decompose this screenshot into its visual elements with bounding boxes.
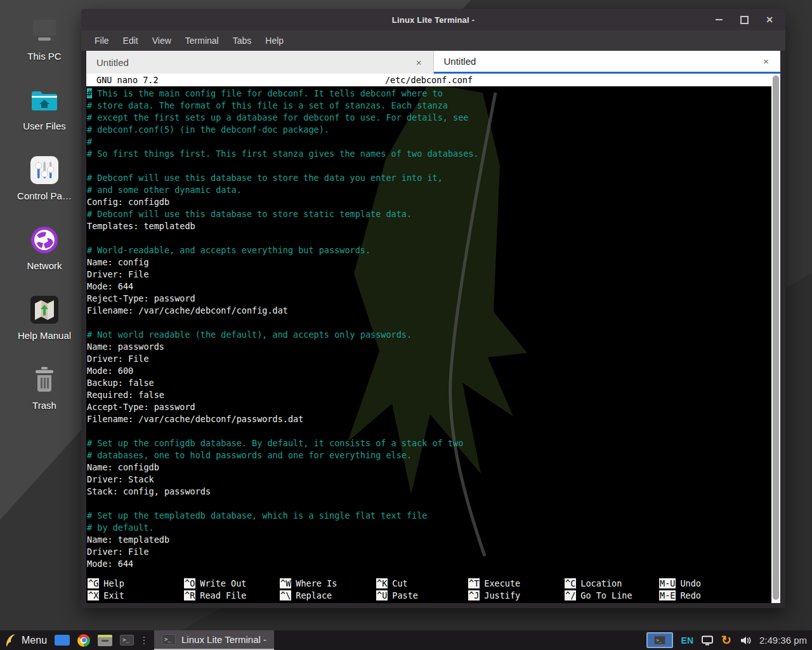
editor-line[interactable]: Filename: /var/cache/debconf/config.dat <box>87 305 771 317</box>
editor-line[interactable]: Mode: 644 <box>87 558 771 570</box>
editor-line[interactable]: # by default. <box>87 522 771 534</box>
menu-bar: FileEditViewTerminalTabsHelp <box>81 30 785 51</box>
desktop-icon-network[interactable]: Network <box>10 225 79 271</box>
menu-item-view[interactable]: View <box>145 30 178 51</box>
editor-line[interactable]: Driver: File <box>87 546 771 558</box>
maximize-button[interactable] <box>740 15 749 24</box>
editor-line[interactable]: Name: config <box>87 256 771 269</box>
menu-item-edit[interactable]: Edit <box>116 30 145 51</box>
editor-line[interactable]: # Debconf will use this database to stor… <box>87 172 771 184</box>
menu-item-help[interactable]: Help <box>258 30 291 51</box>
window-titlebar[interactable]: Linux Lite Terminal - ✕ <box>81 9 785 30</box>
editor-line[interactable]: Driver: File <box>87 353 771 365</box>
task-button-label: Linux Lite Terminal - <box>181 634 266 645</box>
editor-line[interactable]: # Set up the templatedb database, which … <box>87 510 771 522</box>
nano-shortcut: M-UUndo <box>659 578 701 590</box>
editor-line[interactable]: Driver: File <box>87 269 771 281</box>
shortcut-key: ^T <box>468 578 480 588</box>
display-settings-icon[interactable] <box>702 635 713 646</box>
editor-line[interactable] <box>87 498 771 510</box>
tab-1[interactable]: Untitled× <box>86 51 434 74</box>
shortcut-key: ^R <box>184 590 195 600</box>
desktop-icon-user-files[interactable]: User Files <box>10 85 79 131</box>
editor-line[interactable]: Templates: templatedb <box>87 220 771 232</box>
editor-line[interactable]: # Not world readable (the default), and … <box>87 329 771 341</box>
tab-close-icon[interactable]: × <box>415 57 423 68</box>
minimize-button[interactable] <box>714 15 723 24</box>
editor-line[interactable]: # except the first sets up a database fo… <box>87 112 771 124</box>
chrome-launcher-icon[interactable] <box>77 634 90 647</box>
editor-line[interactable] <box>87 317 771 329</box>
menu-item-file[interactable]: File <box>88 30 116 51</box>
nano-shortcut: ^JJustify <box>468 590 520 602</box>
editor-line[interactable]: Accept-Type: password <box>87 401 771 413</box>
editor-line[interactable]: # store data. The format of this file is… <box>87 100 771 112</box>
archive-launcher-icon[interactable] <box>98 635 112 646</box>
editor-line[interactable]: # debconf.conf(5) (in the debconf-doc pa… <box>87 124 771 136</box>
keyboard-layout-indicator[interactable]: EN <box>681 635 693 646</box>
editor-line[interactable]: Backup: false <box>87 377 771 389</box>
nano-shortcut: ^/Go To Line <box>565 590 632 602</box>
shortcut-label: Where Is <box>296 578 337 588</box>
start-menu-button[interactable]: Menu <box>5 633 47 647</box>
editor-line[interactable]: Config: configdb <box>87 196 771 208</box>
shortcut-key: ^/ <box>565 590 576 600</box>
editor-line[interactable]: Mode: 644 <box>87 281 771 293</box>
menu-item-terminal[interactable]: Terminal <box>178 30 226 51</box>
editor-line[interactable]: Name: configdb <box>87 461 771 474</box>
shortcut-label: Cut <box>392 578 407 588</box>
editor-line[interactable] <box>87 160 771 172</box>
shortcut-key: M-U <box>659 578 676 588</box>
computer-icon <box>10 15 79 46</box>
editor-line[interactable]: Name: passwords <box>87 341 771 353</box>
updates-icon[interactable]: ↻ <box>721 634 731 646</box>
editor-line[interactable]: Filename: /var/cache/debconf/passwords.d… <box>87 413 771 425</box>
volume-icon[interactable] <box>740 635 751 646</box>
nano-header: GNU nano 7.2 /etc/debconf.conf <box>86 74 771 86</box>
clock[interactable]: 2:49:36 pm <box>759 635 807 646</box>
task-button-terminal[interactable]: >_ Linux Lite Terminal - <box>154 630 274 650</box>
shortcut-label: Replace <box>296 590 332 600</box>
desktop-icon-control-panel[interactable]: Control Pa… <box>10 155 79 201</box>
shortcut-label: Execute <box>484 578 520 588</box>
desktop-icon-this-pc[interactable]: This PC <box>10 15 79 62</box>
nano-shortcut: ^XExit <box>88 590 124 602</box>
workspace-indicator[interactable]: >_ <box>646 632 673 648</box>
desktop-icon-label: Network <box>10 260 79 271</box>
editor-lines[interactable]: # This is the main config file for debco… <box>87 88 771 570</box>
close-button[interactable]: ✕ <box>765 15 774 24</box>
shortcut-key: ^O <box>184 578 195 588</box>
shortcut-key: ^X <box>88 590 99 600</box>
desktop-icon-trash[interactable]: Trash <box>10 364 79 411</box>
editor-line[interactable]: Stack: config, passwords <box>87 486 771 498</box>
shortcut-key: ^C <box>565 578 576 588</box>
tab-2[interactable]: Untitled× <box>434 51 781 74</box>
editor-line[interactable]: # So first things first. This first stan… <box>87 148 771 160</box>
file-manager-launcher-icon[interactable] <box>55 635 70 646</box>
terminal-screen[interactable]: GNU nano 7.2 /etc/debconf.conf # This is… <box>86 74 771 603</box>
editor-line[interactable] <box>87 425 771 437</box>
tab-close-icon[interactable]: × <box>762 56 770 67</box>
editor-line[interactable]: Driver: Stack <box>87 474 771 486</box>
terminal-launcher-icon[interactable]: >_ <box>120 635 134 646</box>
window-title: Linux Lite Terminal - <box>392 15 475 25</box>
editor-line[interactable]: Required: false <box>87 389 771 401</box>
editor-line[interactable]: # World-readable, and accepts everything… <box>87 244 771 256</box>
editor-line[interactable]: Mode: 600 <box>87 365 771 377</box>
editor-line[interactable]: # and some other dynamic data. <box>87 184 771 196</box>
menu-item-tabs[interactable]: Tabs <box>226 30 259 51</box>
editor-line[interactable]: # Debconf will use this database to stor… <box>87 208 771 220</box>
scrollbar-thumb[interactable] <box>773 76 779 600</box>
editor-line[interactable]: # <box>87 136 771 148</box>
editor-line[interactable]: # Set up the configdb database. By defau… <box>87 437 771 449</box>
shortcut-label: Location <box>580 578 622 588</box>
editor-line[interactable]: Reject-Type: password <box>87 293 771 305</box>
editor-line[interactable]: Name: templatedb <box>87 534 771 546</box>
editor-line[interactable] <box>87 232 771 244</box>
shortcut-key: M-E <box>659 590 676 600</box>
shortcut-label: Exit <box>103 590 124 600</box>
editor-line[interactable]: # databases, one to hold passwords and o… <box>87 449 771 461</box>
desktop-icon-help-manual[interactable]: Help Manual <box>10 295 79 341</box>
terminal-scrollbar[interactable] <box>771 74 780 603</box>
editor-line[interactable]: # This is the main config file for debco… <box>87 88 771 100</box>
